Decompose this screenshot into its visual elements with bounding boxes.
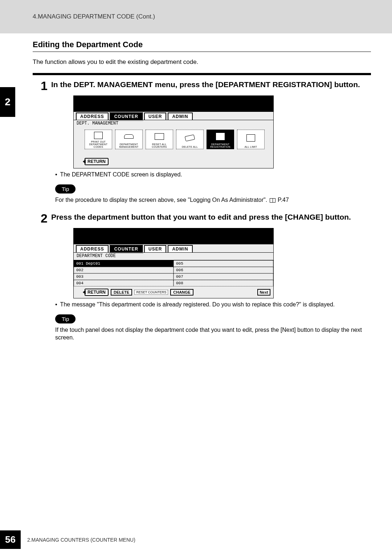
tip-text: If the touch panel does not display the … [55,326,371,342]
screenshot-department-code: ADDRESS COUNTER USER ADMIN DEPARTMENT CO… [73,228,274,298]
delete-button[interactable]: DELETE [111,289,132,296]
page-header: 4.MANAGING DEPARTMENT CODE (Cont.) [0,0,392,33]
document-icon [216,133,225,140]
tab-address[interactable]: ADDRESS [76,113,109,120]
document-icon [94,132,103,139]
btn-delete-all[interactable]: DELETE ALL [176,130,204,149]
tab-counter[interactable]: COUNTER [110,113,143,120]
tab-address[interactable]: ADDRESS [76,245,109,252]
dept-row-006[interactable]: 006 [173,267,273,273]
tab-user[interactable]: USER [144,113,166,120]
dept-row-002[interactable]: 002 [74,267,173,273]
screenshot-dept-management: ADDRESS COUNTER USER ADMIN DEPT. MANAGEM… [73,95,274,168]
step-text-1: In the DEPT. MANAGEMENT menu, press the … [51,80,371,90]
header-text: 4.MANAGING DEPARTMENT CODE (Cont.) [33,13,155,20]
return-button[interactable]: RETURN [85,289,109,296]
step-2: 2 Press the department button that you w… [41,212,371,342]
dept-row-003[interactable]: 003 [74,273,173,280]
tab-admin[interactable]: ADMIN [168,113,192,120]
page-footer: 56 2.MANAGING COUNTERS (COUNTER MENU) [0,530,135,549]
tip-text: For the procedure to display the screen … [55,196,371,204]
tip-badge: Tip [55,184,75,194]
divider [33,52,371,52]
step-1: 1 In the DEPT. MANAGEMENT menu, press th… [41,80,371,204]
dept-row-004[interactable]: 004 [74,280,173,286]
intro-text: The function allows you to edit the exis… [33,58,371,66]
dept-row-008[interactable]: 008 [173,280,273,286]
step1-bullet: •The DEPARTMENT CODE screen is displayed… [55,171,371,178]
step-number-2: 2 [41,212,48,224]
btn-print-out-dept-codes[interactable]: PRINT OUT DEPARTMENT CODES [85,130,112,149]
tab-admin[interactable]: ADMIN [168,245,192,252]
tip-badge: Tip [55,314,75,323]
btn-dept-management[interactable]: DEPARTMENT MANAGEMENT [115,130,143,149]
thick-divider [33,73,371,75]
screen-subtitle: DEPT. MANAGEMENT [74,120,273,127]
change-button[interactable]: CHANGE [170,289,193,296]
dept-row-005[interactable]: 005 [173,260,273,267]
step-number-1: 1 [41,80,48,92]
next-button[interactable]: Next [257,289,270,296]
btn-dept-registration[interactable]: DEPARTMENT REGISTRATION [207,130,234,149]
footer-text: 2.MANAGING COUNTERS (COUNTER MENU) [27,537,135,543]
dept-row-001[interactable]: 001 Dept01 [74,260,173,267]
screen-subtitle-2: DEPARTMENT CODE [74,252,273,260]
chapter-tab: 2 [0,87,15,117]
tab-user[interactable]: USER [144,245,166,252]
step2-bullet: •The message "This department code is al… [55,301,371,308]
btn-reset-all-counters[interactable]: RESET ALL COUNTERS [146,130,173,149]
return-button[interactable]: RETURN [85,158,109,165]
key-icon [124,134,134,139]
section-title: Editing the Department Code [33,40,371,49]
eraser-icon [185,134,195,141]
page-number: 56 [0,530,21,549]
stack-icon [246,134,255,142]
printer-icon [155,133,164,140]
tab-counter[interactable]: COUNTER [110,245,143,252]
step-text-2: Press the department button that you wan… [51,212,371,222]
dept-row-007[interactable]: 007 [173,273,273,280]
btn-all-limit[interactable]: ALL LIMIT [237,130,265,149]
reset-counters-button[interactable]: RESET COUNTERS [134,290,168,295]
book-icon [270,198,275,203]
